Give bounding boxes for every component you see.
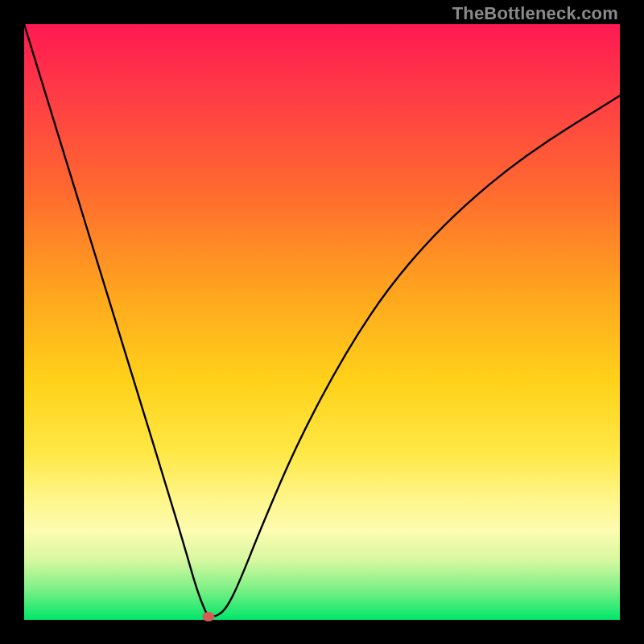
minimum-marker (203, 612, 215, 621)
plot-area (24, 24, 620, 620)
chart-frame: TheBottleneck.com (0, 0, 644, 644)
watermark-text: TheBottleneck.com (452, 3, 618, 24)
curve-svg (24, 24, 620, 620)
bottleneck-curve (24, 24, 620, 617)
